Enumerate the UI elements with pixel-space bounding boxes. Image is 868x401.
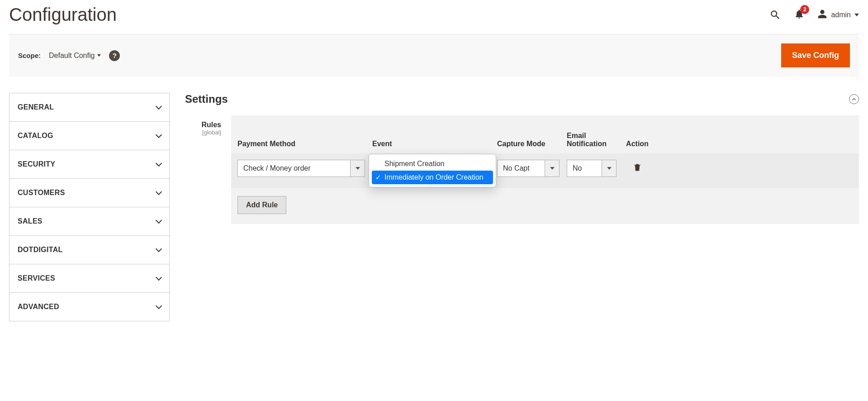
chevron-down-icon — [156, 103, 162, 110]
user-icon — [817, 9, 827, 21]
rules-label: Rules — [185, 121, 221, 129]
sidebar-item-security[interactable]: SECURITY — [9, 150, 169, 179]
select-value: No Capt — [498, 160, 545, 177]
col-action: Action — [624, 140, 651, 148]
sidebar-item-sales[interactable]: SALES — [9, 207, 169, 236]
config-sidebar: GENERAL CATALOG SECURITY CUSTOMERS SALES… — [9, 93, 170, 321]
event-dropdown: Shipment Creation Immediately on Order C… — [369, 154, 496, 187]
select-value: No — [567, 160, 602, 177]
add-rule-button[interactable]: Add Rule — [237, 196, 286, 214]
col-email-notification: Email Notification — [567, 132, 617, 148]
search-icon[interactable] — [769, 9, 781, 21]
delete-rule-button[interactable] — [633, 163, 642, 174]
caret-down-icon — [854, 14, 859, 16]
page-title: Configuration — [9, 5, 117, 25]
chevron-down-icon — [156, 160, 162, 167]
rules-label-block: Rules [global] — [185, 115, 221, 224]
scope-value: Default Config — [49, 52, 95, 60]
rules-footer: Add Rule — [231, 188, 859, 224]
chevron-down-icon — [156, 303, 162, 309]
select-arrow — [602, 160, 616, 177]
chevron-up-icon — [852, 98, 856, 101]
sidebar-item-label: SECURITY — [18, 160, 55, 168]
sidebar-item-label: SERVICES — [18, 274, 55, 282]
col-event: Event — [372, 140, 490, 148]
username-label: admin — [831, 11, 851, 19]
help-icon[interactable]: ? — [109, 50, 120, 61]
rules-data-row: Check / Money order Shipment Creation Im… — [231, 153, 859, 188]
sidebar-item-label: DOTDIGITAL — [18, 246, 63, 254]
rules-table: Payment Method Event Capture Mode Email … — [231, 115, 859, 224]
rules-scope-hint: [global] — [185, 129, 221, 136]
col-capture-mode: Capture Mode — [497, 140, 560, 148]
sidebar-item-catalog[interactable]: CATALOG — [9, 122, 169, 150]
scope-label: Scope: — [18, 52, 41, 59]
chevron-down-icon — [156, 132, 162, 138]
sidebar-item-general[interactable]: GENERAL — [9, 93, 169, 122]
sidebar-item-advanced[interactable]: ADVANCED — [9, 293, 169, 321]
chevron-down-icon — [156, 274, 162, 281]
select-arrow — [350, 160, 365, 177]
sidebar-item-label: GENERAL — [18, 103, 54, 111]
notifications-button[interactable]: 2 — [794, 9, 805, 21]
collapse-section-button[interactable] — [849, 94, 859, 104]
triangle-down-icon — [607, 167, 612, 170]
main-panel: Settings Rules [global] Payment Method E… — [185, 93, 859, 321]
rules-field: Rules [global] Payment Method Event Capt… — [185, 115, 859, 224]
event-option-shipment-creation[interactable]: Shipment Creation — [372, 157, 493, 171]
toolbar: Scope: Default Config ? Save Config — [9, 34, 859, 76]
sidebar-item-customers[interactable]: CUSTOMERS — [9, 179, 169, 207]
scope-select[interactable]: Default Config — [49, 52, 101, 60]
notifications-badge: 2 — [800, 5, 809, 14]
sidebar-item-label: ADVANCED — [18, 303, 59, 311]
event-option-immediately-on-order-creation[interactable]: Immediately on Order Creation — [372, 171, 493, 184]
sidebar-item-dotdigital[interactable]: DOTDIGITAL — [9, 236, 169, 264]
scope-area: Scope: Default Config ? — [18, 50, 120, 61]
chevron-down-icon — [156, 189, 162, 195]
select-value: Check / Money order — [238, 160, 350, 177]
triangle-down-icon — [356, 167, 360, 170]
section-title: Settings — [185, 93, 228, 105]
save-config-button[interactable]: Save Config — [781, 43, 850, 67]
select-arrow — [545, 160, 559, 177]
caret-down-icon — [97, 54, 101, 57]
rules-header-row: Payment Method Event Capture Mode Email … — [231, 115, 859, 153]
payment-method-select[interactable]: Check / Money order — [237, 160, 365, 177]
capture-mode-select[interactable]: No Capt — [497, 160, 560, 177]
chevron-down-icon — [156, 217, 162, 224]
chevron-down-icon — [156, 246, 162, 252]
user-menu[interactable]: admin — [817, 9, 859, 21]
section-header: Settings — [185, 93, 859, 115]
email-notification-select[interactable]: No — [567, 160, 617, 177]
sidebar-item-label: CUSTOMERS — [18, 189, 65, 197]
sidebar-item-label: SALES — [18, 217, 43, 225]
header-actions: 2 admin — [769, 9, 859, 21]
col-payment-method: Payment Method — [237, 140, 365, 148]
triangle-down-icon — [550, 167, 555, 170]
sidebar-item-services[interactable]: SERVICES — [9, 264, 169, 293]
sidebar-item-label: CATALOG — [18, 132, 53, 140]
